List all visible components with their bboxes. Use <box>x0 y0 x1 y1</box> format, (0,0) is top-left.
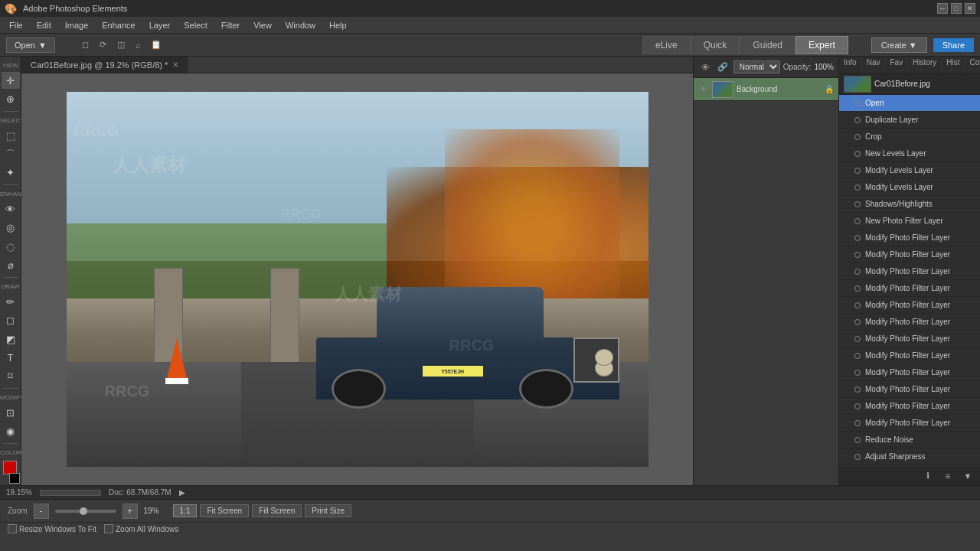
tool-select-rect[interactable]: ⬚ <box>2 127 20 144</box>
toolbar-icon-4[interactable]: ⌕ <box>131 37 146 53</box>
history-item-11[interactable]: Modify Photo Filter Layer <box>839 280 980 297</box>
canvas-tab-close[interactable]: ✕ <box>172 60 178 69</box>
tool-zoom[interactable]: ⊕ <box>2 90 20 107</box>
history-item-6[interactable]: Shadows/Highlights <box>839 196 980 213</box>
tool-blur[interactable]: ◌ <box>2 238 20 255</box>
history-item-20[interactable]: Reduce Noise <box>839 432 980 448</box>
history-items-list[interactable]: OpenDuplicate LayerCropNew Levels LayerM… <box>839 95 980 465</box>
panel-icon-eye[interactable]: 👁 <box>698 60 713 75</box>
history-item-18[interactable]: Modify Photo Filter Layer <box>839 398 980 415</box>
history-item-label: Modify Photo Filter Layer <box>865 402 950 410</box>
tool-dodge[interactable]: ◎ <box>2 220 20 236</box>
zoom-in-button[interactable]: + <box>122 504 138 519</box>
history-item-12[interactable]: Modify Photo Filter Layer <box>839 297 980 314</box>
close-button[interactable]: ✕ <box>965 3 975 14</box>
menu-view[interactable]: View <box>247 19 278 31</box>
tab-fav[interactable]: Fav <box>885 57 908 73</box>
menu-file[interactable]: File <box>3 19 29 31</box>
history-dot <box>854 218 861 224</box>
toolbar-icon-5[interactable]: 📋 <box>149 37 164 53</box>
history-dot <box>854 134 861 140</box>
history-item-0[interactable]: Open <box>839 95 980 112</box>
tool-smudge[interactable]: ⌀ <box>2 257 20 274</box>
history-item-8[interactable]: Modify Photo Filter Layer <box>839 230 980 246</box>
history-item-3[interactable]: New Levels Layer <box>839 145 980 162</box>
open-button[interactable]: Open ▼ <box>6 37 55 53</box>
history-item-10[interactable]: Modify Photo Filter Layer <box>839 263 980 280</box>
view-btn-fitscreen[interactable]: Fit Screen <box>200 504 249 517</box>
canvas-tab[interactable]: Car01Before.jpg @ 19.2% (RGB/8) * ✕ <box>21 57 188 73</box>
toolbar-icon-1[interactable]: ◻ <box>78 37 93 53</box>
view-btn-1to1[interactable]: 1:1 <box>173 504 198 517</box>
history-item-2[interactable]: Crop <box>839 129 980 145</box>
menu-filter[interactable]: Filter <box>215 19 246 31</box>
blend-mode-select[interactable]: Normal <box>733 60 780 73</box>
layer-background[interactable]: 👁 Background 🔒 <box>694 78 838 101</box>
history-item-13[interactable]: Modify Photo Filter Layer <box>839 314 980 331</box>
history-item-14[interactable]: Modify Photo Filter Layer <box>839 331 980 347</box>
tab-info[interactable]: Info <box>839 57 862 73</box>
history-item-7[interactable]: New Photo Filter Layer <box>839 213 980 230</box>
history-dropdown-icon[interactable]: ▼ <box>960 468 975 484</box>
tab-quick[interactable]: Quick <box>691 36 740 54</box>
history-item-21[interactable]: Adjust Sharpness <box>839 448 980 465</box>
tab-hist[interactable]: Hist <box>942 57 965 73</box>
toolbar-icon-2[interactable]: ⟳ <box>96 37 111 53</box>
cb-resize-windows-box[interactable] <box>8 524 17 533</box>
layer-eye-icon[interactable]: 👁 <box>698 84 709 95</box>
history-item-label: Modify Photo Filter Layer <box>865 267 950 276</box>
zoom-slider-thumb[interactable] <box>80 507 87 515</box>
menu-window[interactable]: Window <box>279 19 322 31</box>
history-item-16[interactable]: Modify Photo Filter Layer <box>839 364 980 381</box>
minimize-button[interactable]: ─ <box>937 3 948 14</box>
tab-expert[interactable]: Expert <box>795 36 848 54</box>
history-item-9[interactable]: Modify Photo Filter Layer <box>839 246 980 263</box>
maximize-button[interactable]: □ <box>951 3 962 14</box>
history-menu-icon[interactable]: ≡ <box>940 468 956 484</box>
tool-eraser[interactable]: ◻ <box>2 311 20 328</box>
menu-help[interactable]: Help <box>323 19 353 31</box>
cb-zoom-all-box[interactable] <box>104 524 113 533</box>
zoom-out-button[interactable]: - <box>34 504 49 519</box>
history-item-5[interactable]: Modify Levels Layer <box>839 179 980 196</box>
background-color[interactable] <box>9 473 20 484</box>
history-item-1[interactable]: Duplicate Layer <box>839 112 980 129</box>
history-info-icon[interactable]: ℹ <box>920 468 936 484</box>
panel-icon-link[interactable]: 🔗 <box>716 60 730 75</box>
tab-nav[interactable]: Nav <box>862 57 886 73</box>
history-item-15[interactable]: Modify Photo Filter Layer <box>839 347 980 364</box>
menu-enhance[interactable]: Enhance <box>96 19 141 31</box>
tool-brush[interactable]: ✏ <box>2 293 20 310</box>
tool-select-lasso[interactable]: ⌒ <box>2 145 20 162</box>
tab-guided[interactable]: Guided <box>740 36 795 54</box>
view-btn-printsize[interactable]: Print Size <box>305 504 351 517</box>
history-item-label: Modify Levels Layer <box>865 166 933 174</box>
canvas-image[interactable]: Y557EJH 人人素材 RRCG 人人素材 RRCG RRCG RRCG <box>67 92 648 467</box>
tool-retouch[interactable]: ◉ <box>2 423 20 440</box>
zoom-slider[interactable] <box>55 510 116 513</box>
share-button[interactable]: Share <box>933 38 974 52</box>
tool-pen[interactable]: ⌑ <box>2 368 20 385</box>
history-item-4[interactable]: Modify Levels Layer <box>839 162 980 179</box>
menu-edit[interactable]: Edit <box>31 19 57 31</box>
status-arrow[interactable]: ▶ <box>179 488 185 497</box>
toolbar-icon-3[interactable]: ◫ <box>113 37 129 53</box>
tool-paint-bucket[interactable]: ◩ <box>2 331 20 347</box>
menu-image[interactable]: Image <box>59 19 95 31</box>
tab-elive[interactable]: eLive <box>642 36 691 54</box>
tool-eyedropper[interactable]: 👁 <box>2 201 20 217</box>
tab-history[interactable]: History <box>908 57 942 73</box>
tab-col[interactable]: Col <box>965 57 980 73</box>
options-bar: Open ▼ ◻ ⟳ ◫ ⌕ 📋 eLive Quick Guided Expe… <box>0 34 980 57</box>
history-item-19[interactable]: Modify Photo Filter Layer <box>839 415 980 432</box>
open-dropdown-icon[interactable]: ▼ <box>38 41 47 50</box>
tool-text[interactable]: T <box>2 349 20 366</box>
create-button[interactable]: Create ▼ <box>871 37 927 53</box>
view-btn-fillscreen[interactable]: Fill Screen <box>252 504 302 517</box>
tool-move[interactable]: ✛ <box>2 72 20 89</box>
menu-select[interactable]: Select <box>178 19 214 31</box>
menu-layer[interactable]: Layer <box>143 19 177 31</box>
history-item-17[interactable]: Modify Photo Filter Layer <box>839 381 980 398</box>
tool-crop[interactable]: ⊡ <box>2 404 20 421</box>
tool-select-magic[interactable]: ✦ <box>2 165 20 181</box>
